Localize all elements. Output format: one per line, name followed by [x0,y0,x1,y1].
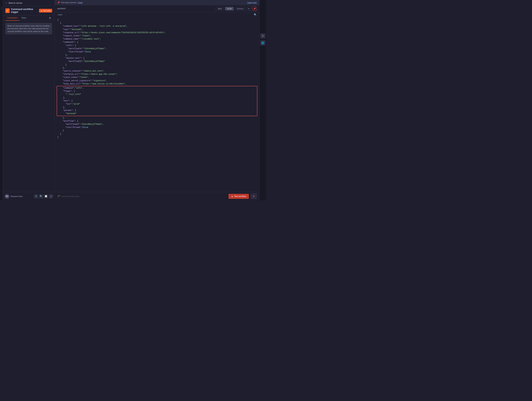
edit-button[interactable]: ✏ [247,6,251,11]
node-icon-symbol: ⚡ [6,9,9,12]
item-count-row: 1 item 🔍 [55,12,259,17]
json-line: ], [57,116,257,120]
json-line: "slack_secret_signature": "signature", [57,79,257,82]
test-step-button[interactable]: ▲ Test step [39,9,52,13]
pinned-text: This data is pinned. [61,1,77,4]
schema-view-button[interactable]: Schema [235,7,245,11]
tab-docs[interactable]: Docs [20,15,28,21]
back-link-label: Back to canvas [9,2,22,4]
json-line: ] [57,136,257,139]
item-count-text: 1 item [57,14,62,16]
node-title: Command workflow trigger [11,8,39,13]
json-line: }, [58,106,256,109]
json-line: "user": "mutasem", [57,28,257,31]
json-line: "params": [ [58,109,256,112]
json-line: "response_url": "https://hooks.slack.com… [57,31,257,34]
description-text: When an 'execute workflow' node calls th… [7,25,50,32]
node-description: When an 'execute workflow' node calls th… [5,23,52,34]
highlight-box: "command": "info", "flags": [ "--full-in… [57,86,257,116]
node-icon: ⚡ [5,8,10,13]
json-line: "instance_url": "https://adore.app.n8n.c… [57,73,257,76]
wish-text: 🪄 I wish this node would... [57,195,227,198]
json-line: } [57,63,257,66]
pinned-banner: 📌 This data is pinned. Unpin Learn more [55,0,259,5]
bottom-bar: 🪄 I wish this node would... ▲ Test workf… [55,192,259,200]
json-line: "alerts_channel": "#adore_bot_test", [57,70,257,73]
json-line: "command": "info", [58,87,256,90]
delete-icon: 🗑 [253,195,255,198]
json-line: "env": "prod" [58,103,256,106]
user-name: Mutasem Ador... [11,195,33,197]
json-line: "workflow": { [57,120,257,123]
json-line: "slack_token": "token", [57,76,257,79]
json-line: "command_text": "info mutasem --full-inf… [57,25,257,28]
json-line: "startThread": false [57,126,257,129]
action-icon-2[interactable]: 🔍 [39,194,43,198]
table-view-button[interactable]: Table [216,7,224,11]
json-line: } [57,132,257,136]
action-icon-3[interactable]: ⬜ [44,194,48,198]
wand-icon: 🪄 [57,195,60,198]
avatar-initials: MA [6,195,8,197]
json-line: "workflowId": "ZyVvvRakjzFTbdmi", [57,47,257,50]
test-workflow-button[interactable]: ▲ Test workflow [228,194,249,199]
node-header: ⚡ Command workflow trigger ▲ Test step [3,6,55,15]
pin-icon: 📌 [57,1,60,4]
back-to-canvas[interactable]: ← Back to canvas [3,0,55,6]
json-line: "mutasem" [58,112,256,115]
test-step-icon: ▲ [41,10,43,12]
node-panel: ← Back to canvas ⚡ Command workflow trig… [3,0,55,200]
json-line: "command_name": "/cloudbot-test", [57,38,257,41]
action-icon-4[interactable]: ↩ [49,194,53,198]
sidebar-strip-label: et fd [1,7,2,10]
json-line: "request_token": "token", [57,34,257,38]
json-line: "--full-info" [58,93,256,96]
json-line: "startThread": false [57,50,257,53]
json-line: "env": { [58,99,256,103]
json-line: "help_docs_url": "https://www.notion.so/… [57,82,257,86]
json-line: }, [57,66,257,70]
json-line: "flags": [ [58,90,256,93]
learn-more-link[interactable]: Learn more [247,1,257,4]
delete-button[interactable]: 🗑 [251,194,257,199]
json-view-button[interactable]: JSON [225,7,234,11]
right-icon-1[interactable]: ≡ [260,33,265,38]
action-icons: ⬇ 🔍 ⬜ ↩ [34,194,53,198]
node-title-area: ⚡ Command workflow trigger [5,8,39,13]
test-workflow-label: Test workflow [234,195,246,198]
pin-button[interactable]: 📌 [252,6,257,11]
gear-icon[interactable]: ⚙ [48,16,52,20]
test-workflow-icon: ▲ [231,195,233,198]
json-line: } [57,129,257,132]
json-line: "workflowId": "ZyVvvRakjzFTbdmi", [57,123,257,126]
json-line: "commands": { [57,41,257,44]
tabs-bar: Parameters Docs ⚙ [3,15,55,21]
unpin-link[interactable]: Unpin [78,1,82,4]
json-line: }, [57,53,257,57]
test-step-label: Test step [43,10,51,12]
json-line: { [57,21,257,25]
wish-text-label: I wish this node would... [61,195,81,197]
output-panel: 📌 This data is pinned. Unpin Learn more … [55,0,259,200]
json-line: "workflowId": "ZyVvvRakjzFTbdmi" [57,60,257,63]
json-line: ], [58,96,256,99]
back-arrow-icon: ← [5,2,8,4]
user-avatar-area: MA Mutasem Ador... ⬇ 🔍 ⬜ ↩ [3,192,55,200]
right-sidebar: ≡ 🌐 [259,0,266,200]
search-icon[interactable]: 🔍 [254,13,257,16]
json-output[interactable]: [ { "command_text": "info mutasem --full… [55,17,259,200]
json-line: "info": { [57,44,257,47]
action-icon-1[interactable]: ⬇ [34,194,38,198]
tab-parameters[interactable]: Parameters [5,15,20,21]
right-icon-2[interactable]: 🌐 [260,40,265,45]
sidebar-strip: et fd [0,0,3,200]
output-toolbar: OUTPUT Table JSON Schema ✏ 📌 [55,5,259,12]
pinned-left: 📌 This data is pinned. Unpin [57,1,82,4]
json-line: "delete-user": { [57,57,257,60]
output-label: OUTPUT [57,8,214,10]
avatar: MA [5,194,9,199]
json-line: [ [57,18,257,21]
